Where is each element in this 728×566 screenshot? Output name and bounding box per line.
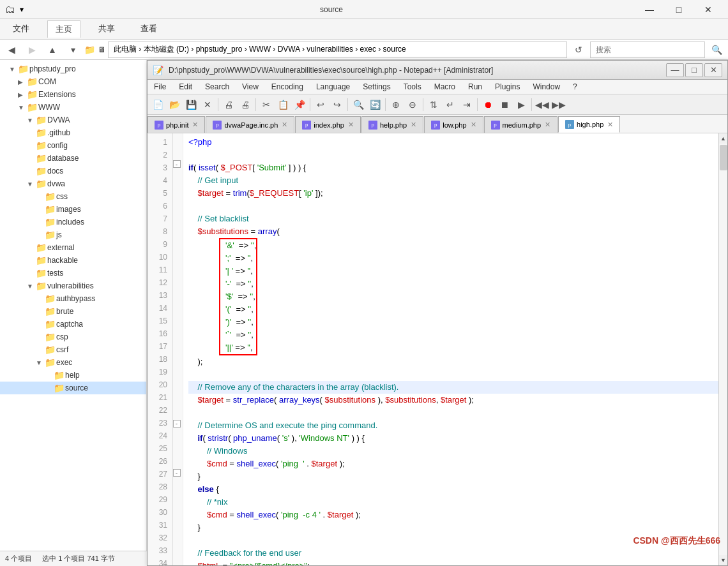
npp-close-btn[interactable]: ✕: [704, 63, 722, 77]
tab-low[interactable]: p low.php ✕: [424, 116, 483, 133]
tab-dvwapage[interactable]: p dvwaPage.inc.ph ✕: [206, 116, 294, 133]
tree-item-Extensions[interactable]: ▶ 📁 Extensions: [0, 88, 146, 101]
collapse-24[interactable]: -: [173, 420, 181, 428]
menu-help[interactable]: ?: [566, 80, 584, 94]
toolbar-macro-rec[interactable]: ⏺: [480, 97, 496, 112]
menu-macro[interactable]: Macro: [428, 80, 462, 94]
maximize-btn[interactable]: □: [664, 0, 694, 19]
tree-item-COM[interactable]: ▶ 📁 COM: [0, 75, 146, 88]
menu-settings[interactable]: Settings: [356, 80, 397, 94]
fold-28[interactable]: -: [173, 466, 183, 479]
tree-item-config[interactable]: ▶ 📁 config: [0, 139, 146, 152]
tab-close-help[interactable]: ✕: [411, 121, 416, 129]
tab-high[interactable]: p high.php ✕: [558, 116, 620, 133]
tree-item-external[interactable]: ▶ 📁 external: [0, 241, 146, 254]
toolbar-indent[interactable]: ⇥: [459, 97, 474, 112]
tab-close-dvwapage[interactable]: ✕: [282, 121, 287, 129]
toolbar-open[interactable]: 📂: [167, 97, 182, 112]
menu-edit[interactable]: Edit: [172, 80, 199, 94]
tab-close-high[interactable]: ✕: [607, 121, 613, 129]
toolbar-copy[interactable]: 📋: [275, 97, 291, 112]
search-input[interactable]: [590, 41, 705, 58]
toolbar-print[interactable]: 🖨: [221, 97, 236, 112]
tab-php-init[interactable]: p php.init ✕: [148, 116, 205, 133]
close-btn[interactable]: ✕: [694, 0, 723, 19]
up-btn[interactable]: ▲: [43, 41, 61, 59]
ribbon-tab-share[interactable]: 共享: [91, 20, 123, 38]
toolbar-cut[interactable]: ✂: [259, 97, 274, 112]
tab-medium[interactable]: p medium.php ✕: [484, 116, 558, 133]
toolbar-save[interactable]: 💾: [183, 97, 199, 112]
tab-close-index[interactable]: ✕: [348, 121, 354, 129]
ribbon-tab-file[interactable]: 文件: [5, 20, 37, 38]
tab-close-php-init[interactable]: ✕: [192, 121, 198, 129]
menu-plugins[interactable]: Plugins: [489, 80, 526, 94]
toolbar-zoom-in[interactable]: ⊕: [388, 97, 404, 112]
toolbar-prev[interactable]: ◀◀: [535, 97, 550, 112]
scroll-down-arrow[interactable]: ▼: [719, 555, 728, 565]
tree-item-includes[interactable]: ▶ 📁 includes: [0, 216, 146, 228]
toolbar-macro-play[interactable]: ▶: [513, 97, 529, 112]
ribbon-tab-home[interactable]: 主页: [47, 20, 80, 38]
tree-item-csrf[interactable]: ▶ 📁 csrf: [0, 343, 146, 356]
tree-item-database[interactable]: ▶ 📁 database: [0, 152, 146, 165]
tree-item-css[interactable]: ▶ 📁 css: [0, 190, 146, 203]
npp-minimize-btn[interactable]: —: [666, 63, 684, 77]
toolbar-replace[interactable]: 🔄: [367, 97, 383, 112]
tree-item-hackable[interactable]: ▶ 📁 hackable: [0, 254, 146, 267]
tree-item-authbypass[interactable]: ▶ 📁 authbypass: [0, 292, 146, 305]
address-path[interactable]: 此电脑 › 本地磁盘 (D:) › phpstudy_pro › WWW › D…: [108, 41, 567, 58]
menu-window[interactable]: Window: [526, 80, 566, 94]
collapse-28[interactable]: -: [173, 469, 181, 477]
tree-item-github[interactable]: ▶ 📁 .github: [0, 126, 146, 139]
tree-item-dvwa[interactable]: ▼ 📁 dvwa: [0, 177, 146, 190]
tree-item-tests[interactable]: ▶ 📁 tests: [0, 267, 146, 279]
ribbon-tab-view[interactable]: 查看: [133, 20, 165, 38]
tree-item-phpstudy_pro[interactable]: ▼ 📁 phpstudy_pro: [0, 63, 146, 75]
toolbar-sync[interactable]: ⇅: [426, 97, 441, 112]
scroll-thumb[interactable]: [720, 145, 727, 170]
scroll-up-arrow[interactable]: ▲: [719, 133, 728, 144]
menu-search[interactable]: Search: [199, 80, 236, 94]
recent-locations-btn[interactable]: ▾: [64, 41, 82, 59]
toolbar-close[interactable]: ✕: [200, 97, 215, 112]
tree-item-exec[interactable]: ▼ 📁 exec: [0, 356, 146, 369]
tree-item-js[interactable]: ▶ 📁 js: [0, 228, 146, 241]
tree-item-help[interactable]: ▶ 📁 help: [0, 369, 146, 382]
fold-3[interactable]: -: [173, 158, 183, 170]
toolbar-next[interactable]: ▶▶: [551, 97, 566, 112]
tree-item-csp[interactable]: ▶ 📁 csp: [0, 331, 146, 343]
tree-item-vulnerabilities[interactable]: ▼ 📁 vulnerabilities: [0, 279, 146, 292]
menu-tools[interactable]: Tools: [397, 80, 428, 94]
forward-btn[interactable]: ▶: [23, 41, 41, 59]
search-btn[interactable]: 🔍: [708, 41, 725, 59]
code-content[interactable]: <?php if( isset( $_POST[ 'Submit' ] ) ) …: [183, 133, 718, 565]
tab-close-low[interactable]: ✕: [471, 121, 476, 129]
tab-help[interactable]: p help.php ✕: [361, 116, 423, 133]
back-btn[interactable]: ◀: [3, 41, 20, 59]
refresh-btn[interactable]: ↺: [570, 41, 588, 59]
toolbar-find[interactable]: 🔍: [351, 97, 366, 112]
toolbar-paste[interactable]: 📌: [292, 97, 307, 112]
tree-item-DVWA[interactable]: ▼ 📁 DVWA: [0, 114, 146, 126]
tree-item-docs[interactable]: ▶ 📁 docs: [0, 165, 146, 177]
toolbar-undo[interactable]: ↩: [313, 97, 328, 112]
fold-24[interactable]: -: [173, 417, 183, 429]
minimize-btn[interactable]: —: [635, 0, 664, 19]
tree-item-WWW[interactable]: ▼ 📁 WWW: [0, 101, 146, 114]
toolbar-zoom-out[interactable]: ⊖: [405, 97, 420, 112]
menu-view[interactable]: View: [236, 80, 265, 94]
tree-item-images[interactable]: ▶ 📁 images: [0, 203, 146, 216]
toolbar-print2[interactable]: 🖨: [238, 97, 253, 112]
toolbar-macro-stop[interactable]: ⏹: [497, 97, 512, 112]
menu-run[interactable]: Run: [462, 80, 489, 94]
menu-file[interactable]: File: [148, 80, 172, 94]
toolbar-wrap[interactable]: ↵: [443, 97, 458, 112]
tree-item-source[interactable]: ▶ 📁 source: [0, 382, 146, 394]
toolbar-redo[interactable]: ↪: [330, 97, 345, 112]
tab-index[interactable]: p index.php ✕: [295, 116, 361, 133]
collapse-3[interactable]: -: [173, 160, 181, 168]
tree-item-brute[interactable]: ▶ 📁 brute: [0, 305, 146, 318]
menu-language[interactable]: Language: [310, 80, 356, 94]
menu-encoding[interactable]: Encoding: [265, 80, 310, 94]
